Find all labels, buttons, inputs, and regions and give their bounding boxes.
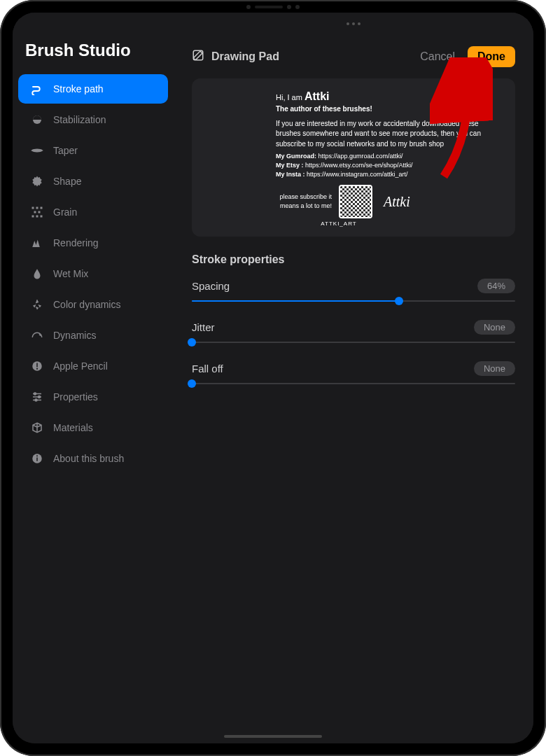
edit-icon (192, 49, 204, 64)
slider-thumb[interactable] (188, 338, 196, 346)
slider-falloff: Fall off None (192, 361, 515, 384)
cancel-button[interactable]: Cancel (420, 50, 455, 63)
slider-track[interactable] (192, 300, 515, 302)
qr-code (339, 185, 372, 218)
signature: Attki (384, 192, 410, 212)
sidebar-list: Stroke path Stabilization Taper Shape Gr… (13, 74, 174, 473)
grain-icon (31, 206, 43, 218)
preview-subtitle: The author of these brushes! (276, 104, 501, 115)
slider-track[interactable] (192, 342, 515, 343)
properties-icon (31, 391, 43, 403)
sidebar-item-taper[interactable]: Taper (18, 136, 168, 165)
apple-pencil-icon (31, 360, 43, 372)
svg-rect-8 (41, 216, 43, 218)
sidebar-item-label: Dynamics (53, 330, 96, 341)
sidebar-item-about[interactable]: About this brush (18, 444, 168, 473)
svg-rect-7 (36, 216, 38, 218)
sidebar-item-properties[interactable]: Properties (18, 382, 168, 412)
svg-point-11 (36, 368, 38, 370)
qr-label: ATTKI_ART (276, 220, 402, 228)
slider-jitter: Jitter None (192, 320, 515, 343)
shape-icon (31, 175, 43, 188)
slider-label: Spacing (192, 280, 230, 292)
sidebar-item-color-dynamics[interactable]: Color dynamics (18, 290, 168, 319)
slider-value[interactable]: None (474, 361, 515, 376)
sidebar-item-rendering[interactable]: Rendering (18, 228, 168, 258)
section-heading: Stroke properties (192, 253, 515, 266)
panel-title: Drawing Pad (211, 50, 279, 63)
svg-rect-1 (32, 207, 34, 209)
preview-footer-text: please subscribe it means a lot to me! (276, 192, 332, 211)
topbar-title-group[interactable]: Drawing Pad (192, 49, 279, 64)
sidebar-item-label: Stroke path (53, 83, 104, 94)
svg-rect-10 (36, 363, 38, 368)
svg-point-12 (34, 393, 36, 395)
topbar: Drawing Pad Cancel Done (192, 46, 515, 67)
sidebar-item-materials[interactable]: Materials (18, 413, 168, 442)
stroke-path-icon (31, 83, 43, 95)
drawing-pad-preview[interactable]: Hi, I am Attki The author of these brush… (192, 78, 515, 237)
sidebar-item-label: Grain (53, 206, 77, 218)
svg-rect-5 (38, 211, 41, 214)
color-dynamics-icon (31, 298, 43, 311)
slider-value[interactable]: 64% (477, 279, 515, 293)
home-indicator[interactable] (224, 735, 322, 738)
sidebar-item-label: Stabilization (53, 114, 106, 125)
dynamics-icon (31, 329, 43, 342)
taper-icon (31, 144, 43, 157)
sidebar-item-label: Rendering (53, 237, 99, 248)
sidebar: Brush Studio Stroke path Stabilization T… (13, 13, 174, 743)
svg-point-17 (36, 455, 38, 456)
drag-handle[interactable] (346, 22, 360, 25)
svg-rect-3 (41, 207, 43, 209)
sidebar-item-stabilization[interactable]: Stabilization (18, 105, 168, 134)
sidebar-item-apple-pencil[interactable]: Apple Pencil (18, 351, 168, 381)
slider-thumb[interactable] (188, 379, 196, 388)
stabilization-icon (31, 113, 43, 126)
preview-name: Attki (304, 90, 330, 102)
slider-thumb[interactable] (395, 297, 403, 305)
sidebar-item-wet-mix[interactable]: Wet Mix (18, 259, 168, 288)
rendering-icon (31, 237, 43, 249)
svg-rect-16 (36, 458, 38, 461)
sidebar-item-label: About this brush (53, 453, 124, 464)
preview-hi: Hi, I am (276, 93, 302, 102)
sidebar-item-label: Taper (53, 145, 78, 156)
svg-point-13 (38, 396, 41, 398)
slider-track[interactable] (192, 383, 515, 384)
slider-label: Jitter (192, 321, 215, 333)
preview-body: If you are interested in my work or acci… (276, 119, 501, 150)
slider-value[interactable]: None (474, 320, 515, 335)
sidebar-item-label: Apple Pencil (53, 360, 108, 372)
slider-label: Fall off (192, 363, 223, 374)
sidebar-item-shape[interactable]: Shape (18, 167, 168, 196)
preview-link-insta: My Insta : https://www.instagram.com/att… (276, 170, 501, 179)
done-button[interactable]: Done (468, 46, 515, 67)
sidebar-item-grain[interactable]: Grain (18, 197, 168, 227)
svg-rect-6 (32, 216, 34, 218)
sidebar-item-label: Shape (53, 176, 81, 187)
app-title: Brush Studio (13, 41, 174, 73)
materials-icon (31, 421, 43, 434)
info-icon (31, 452, 43, 465)
main-panel: Drawing Pad Cancel Done Hi, I am Attki T… (174, 13, 533, 743)
sidebar-item-label: Color dynamics (53, 299, 120, 310)
sidebar-item-stroke-path[interactable]: Stroke path (18, 74, 168, 104)
svg-point-14 (35, 399, 37, 401)
svg-rect-2 (36, 207, 38, 209)
sidebar-item-label: Wet Mix (53, 268, 88, 279)
wet-mix-icon (31, 267, 43, 280)
preview-link-etsy: My Etsy : https://www.etsy.com/se-en/sho… (276, 161, 501, 170)
sidebar-item-label: Materials (53, 422, 93, 433)
slider-spacing: Spacing 64% (192, 279, 515, 302)
sidebar-item-label: Properties (53, 391, 98, 402)
sidebar-item-dynamics[interactable]: Dynamics (18, 321, 168, 350)
svg-rect-4 (34, 211, 36, 214)
preview-link-gumroad: My Gumroad: https://app.gumroad.com/attk… (276, 152, 501, 161)
